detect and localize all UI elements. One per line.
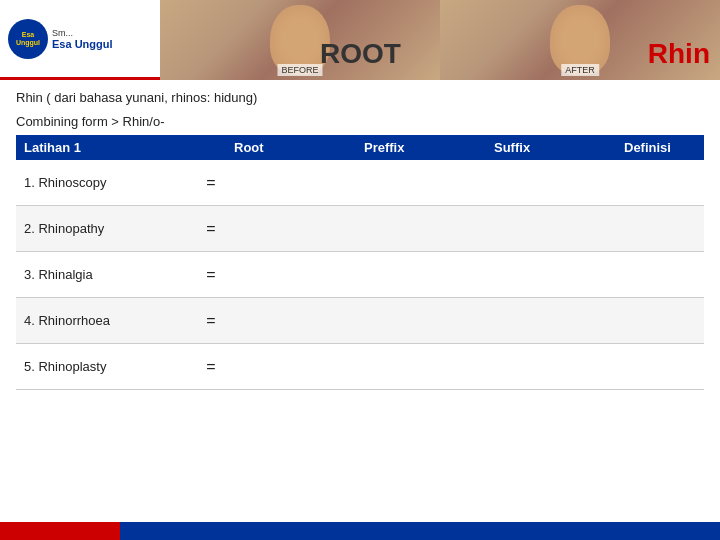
logo-area: EsaUnggul Sm... Esa Unggul	[0, 0, 160, 80]
cell-term-1: 1. Rhinoscopy	[16, 175, 196, 190]
col-header-prefix: Preffix	[356, 140, 486, 155]
table-row: 3. Rhinalgia =	[16, 252, 704, 298]
col-header-definisi: Definisi	[616, 140, 704, 155]
footer-red-bar	[0, 522, 120, 540]
logo-circle: EsaUnggul	[8, 19, 48, 59]
cell-equals-1: =	[196, 174, 226, 192]
cell-equals-4: =	[196, 312, 226, 330]
logo-text: Sm... Esa Unggul	[52, 28, 113, 50]
cell-term-3: 3. Rhinalgia	[16, 267, 196, 282]
col-header-equals	[196, 140, 226, 155]
table-row: 1. Rhinoscopy =	[16, 160, 704, 206]
cell-term-2: 2. Rhinopathy	[16, 221, 196, 236]
after-head-shape	[550, 5, 610, 75]
esa-unggul-logo: EsaUnggul Sm... Esa Unggul	[8, 19, 113, 59]
table-header: Latihan 1 Root Preffix Suffix Definisi	[16, 135, 704, 160]
cell-term-5: 5. Rhinoplasty	[16, 359, 196, 374]
col-header-root: Root	[226, 140, 356, 155]
table-row: 5. Rhinoplasty =	[16, 344, 704, 390]
header: EsaUnggul Sm... Esa Unggul ROOT Rhin	[0, 0, 720, 80]
intro-line2: Combining form > Rhin/o-	[16, 112, 704, 132]
footer	[0, 522, 720, 540]
cell-equals-2: =	[196, 220, 226, 238]
cell-equals-5: =	[196, 358, 226, 376]
cell-term-4: 4. Rhinorrhoea	[16, 313, 196, 328]
cell-equals-3: =	[196, 266, 226, 284]
root-label: ROOT	[320, 38, 401, 70]
header-images: ROOT Rhin	[160, 0, 720, 80]
intro-line1: Rhin ( dari bahasa yunani, rhinos: hidun…	[16, 88, 704, 108]
logo-university-name: Esa Unggul	[52, 38, 113, 50]
col-header-suffix: Suffix	[486, 140, 616, 155]
col-header-latihan: Latihan 1	[16, 140, 196, 155]
table-row: 4. Rhinorrhoea =	[16, 298, 704, 344]
before-after-container	[160, 0, 720, 80]
table-row: 2. Rhinopathy =	[16, 206, 704, 252]
main-content: Rhin ( dari bahasa yunani, rhinos: hidun…	[0, 80, 720, 398]
rhin-label: Rhin	[648, 38, 710, 70]
logo-tagline: Sm...	[52, 28, 113, 38]
